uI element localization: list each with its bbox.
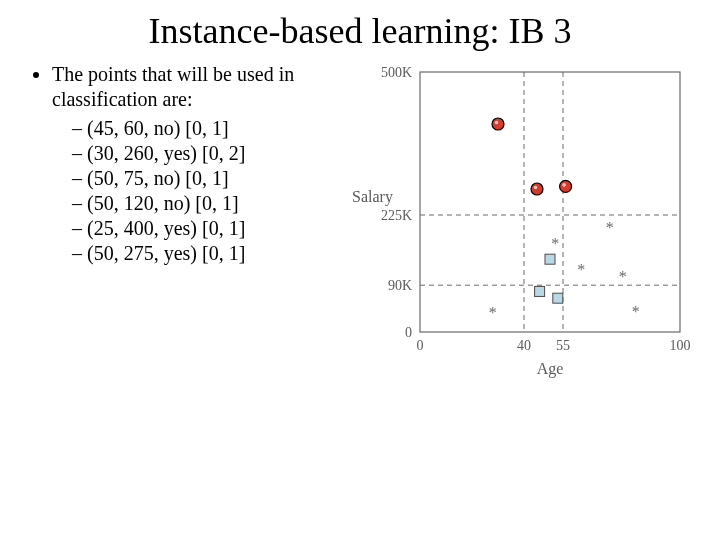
svg-text:100: 100	[670, 338, 691, 353]
svg-rect-22	[535, 286, 545, 296]
list-item: (30, 260, yes) [0, 2]	[72, 141, 330, 166]
bullet-lead: The points that will be used in classifi…	[52, 63, 294, 110]
svg-text:Salary: Salary	[352, 188, 393, 206]
bullet-block: The points that will be used in classifi…	[30, 62, 330, 266]
list-item: (25, 400, yes) [0, 1]	[72, 216, 330, 241]
svg-text:*: *	[632, 303, 640, 320]
svg-rect-0	[420, 72, 680, 332]
svg-text:*: *	[606, 219, 614, 236]
svg-point-15	[492, 118, 504, 130]
svg-text:55: 55	[556, 338, 570, 353]
svg-text:*: *	[577, 261, 585, 278]
svg-text:225K: 225K	[381, 208, 412, 223]
slide-title: Instance-based learning: IB 3	[0, 0, 720, 52]
svg-point-17	[531, 183, 543, 195]
list-item: (50, 120, no) [0, 1]	[72, 191, 330, 216]
list-item: (45, 60, no) [0, 1]	[72, 116, 330, 141]
scatter-chart: 04055100090K225K500KAgeSalary******	[340, 62, 700, 386]
svg-text:500K: 500K	[381, 65, 412, 80]
svg-text:Age: Age	[537, 360, 564, 378]
svg-rect-21	[545, 254, 555, 264]
svg-text:0: 0	[417, 338, 424, 353]
bullet-sublist: (45, 60, no) [0, 1] (30, 260, yes) [0, 2…	[52, 116, 330, 266]
svg-point-20	[562, 183, 566, 187]
svg-text:*: *	[489, 304, 497, 321]
svg-point-16	[495, 121, 499, 125]
svg-text:90K: 90K	[388, 278, 412, 293]
svg-point-19	[560, 180, 572, 192]
svg-text:0: 0	[405, 325, 412, 340]
svg-rect-23	[553, 293, 563, 303]
list-item: (50, 75, no) [0, 1]	[72, 166, 330, 191]
svg-point-18	[534, 186, 538, 190]
svg-text:*: *	[619, 268, 627, 285]
svg-text:40: 40	[517, 338, 531, 353]
list-item: (50, 275, yes) [0, 1]	[72, 241, 330, 266]
svg-text:*: *	[551, 235, 559, 252]
